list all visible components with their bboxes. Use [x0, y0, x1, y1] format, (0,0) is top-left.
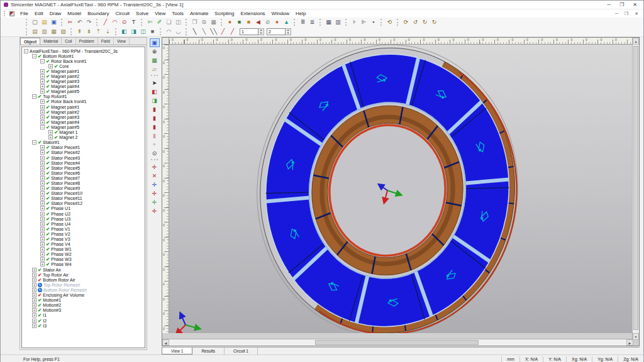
mdi-minimize-icon[interactable]: ─: [615, 11, 618, 16]
tree-expander[interactable]: +: [40, 84, 45, 89]
scroll-right-icon[interactable]: ▶: [626, 339, 633, 346]
tree-expander[interactable]: +: [40, 222, 45, 226]
tree-item[interactable]: +✔I1: [22, 313, 145, 318]
field-energy-button[interactable]: ●: [272, 18, 282, 26]
menu-file[interactable]: File: [17, 9, 31, 18]
menu-help[interactable]: Help: [292, 9, 309, 18]
tab-coil[interactable]: Coil: [62, 38, 75, 45]
rotate-x-button[interactable]: ✛: [150, 189, 160, 198]
tree-item[interactable]: +✔Phase V2: [22, 231, 145, 236]
tree-item[interactable]: +✔Magnet pair#1: [22, 104, 145, 109]
tree-expander[interactable]: +: [48, 130, 53, 134]
tree-expander[interactable]: +: [40, 206, 45, 211]
tree-item[interactable]: +✔Magnet pair#4: [22, 84, 145, 89]
tree-item[interactable]: −✔Top Rotor#1: [22, 94, 145, 99]
tree-expander[interactable]: +: [40, 257, 45, 261]
tree-expander[interactable]: +: [32, 293, 36, 297]
tree-item[interactable]: +✔Bottom Rotor Air: [22, 277, 145, 282]
tree-item[interactable]: +↻Top Rotor Remesh: [22, 282, 145, 287]
menu-view[interactable]: View: [152, 9, 169, 18]
draw-circle-button[interactable]: ⊙: [119, 18, 129, 26]
tab-field[interactable]: Field: [98, 38, 114, 45]
field-update-4-button[interactable]: ⇣: [103, 28, 113, 36]
tree-expander[interactable]: +: [40, 120, 45, 124]
menu-scripting[interactable]: Scripting: [211, 9, 237, 18]
probe-3-button[interactable]: ▮: [150, 123, 160, 131]
tree-item[interactable]: +✔Magnet pair#1: [22, 69, 145, 74]
plane-view-button[interactable]: ▱: [150, 65, 160, 74]
doc-tab-circuit-1[interactable]: Circuit 1: [225, 348, 258, 354]
rotate-y-button[interactable]: ✛: [150, 198, 160, 207]
horizontal-scrollbar[interactable]: ◀ ▶: [162, 339, 633, 346]
solve-3d-button[interactable]: ◀: [253, 18, 263, 26]
line-thin-button[interactable]: ╲: [199, 28, 209, 36]
tree-expander[interactable]: −: [32, 94, 36, 99]
tree-item[interactable]: +✔Phase W1: [22, 247, 145, 252]
tree-expander[interactable]: −: [24, 49, 28, 53]
tree-expander[interactable]: −: [40, 59, 45, 63]
menu-solve[interactable]: Solve: [133, 9, 152, 18]
undo-button[interactable]: ↶: [75, 18, 84, 26]
draw-arc-button[interactable]: ◠: [110, 18, 119, 26]
layer-value[interactable]: 2: [267, 28, 286, 35]
tree-expander[interactable]: +: [40, 237, 45, 241]
save-button[interactable]: ▣: [49, 18, 58, 26]
arc-seg-a-button[interactable]: ◠: [164, 28, 174, 36]
tree-item[interactable]: +✔Stator Piece#6: [22, 170, 145, 175]
tree-item[interactable]: −✔Magnet pair#5: [22, 124, 145, 129]
draw-line-button[interactable]: ╱: [101, 18, 110, 26]
export-button[interactable]: ▧: [58, 28, 68, 36]
window-both-button[interactable]: ◫: [138, 28, 148, 36]
mdi-restore-icon[interactable]: ❐: [625, 11, 628, 16]
viewport-canvas[interactable]: [169, 45, 633, 333]
doc-tab-results[interactable]: Results: [192, 348, 225, 354]
bound-b-button[interactable]: ⊩: [359, 18, 369, 26]
tree-item[interactable]: +✔Stator Piece#8: [22, 180, 145, 185]
tree-expander[interactable]: +: [40, 227, 45, 231]
scroll-up-icon[interactable]: ▲: [633, 38, 639, 45]
tree-expander[interactable]: +: [40, 181, 45, 185]
tree-expander[interactable]: +: [40, 89, 45, 94]
tree-expander[interactable]: +: [40, 115, 45, 119]
tab-material[interactable]: Material: [40, 38, 62, 45]
tree-expander[interactable]: +: [48, 64, 53, 69]
print-preview-button[interactable]: ▥: [40, 28, 49, 36]
add-text-button[interactable]: T: [129, 18, 138, 26]
menu-window[interactable]: Window: [269, 9, 292, 18]
tree-expander[interactable]: +: [32, 283, 36, 287]
mesh-button[interactable]: Ⅲ: [298, 18, 308, 26]
tree-item[interactable]: −✔Rotor Back Iron#1: [22, 58, 145, 63]
tree-expander[interactable]: +: [32, 319, 36, 323]
tree-expander[interactable]: +: [32, 313, 36, 317]
menu-tools[interactable]: Tools: [169, 9, 187, 18]
mesh-list-button[interactable]: ≣: [308, 18, 317, 26]
print-button[interactable]: ▤: [30, 28, 40, 36]
redo-button[interactable]: ↷: [84, 18, 94, 26]
open-button[interactable]: ▤: [40, 18, 49, 26]
menu-draw[interactable]: Draw: [47, 9, 65, 18]
tree-expander[interactable]: +: [32, 324, 36, 328]
tree-expander[interactable]: +: [32, 288, 36, 292]
window-solid-button[interactable]: ■: [148, 28, 157, 36]
tree-expander[interactable]: −: [32, 54, 36, 58]
new-button[interactable]: ▢: [30, 18, 40, 26]
tree-expander[interactable]: +: [40, 247, 45, 251]
tree-item[interactable]: +✔Stator Piece#1: [22, 145, 145, 150]
tree-expander[interactable]: +: [48, 135, 53, 140]
field-contour-button[interactable]: ◨: [150, 96, 160, 105]
vertical-scroll-thumb[interactable]: [633, 46, 638, 330]
tree-expander[interactable]: +: [32, 298, 36, 302]
tree-item[interactable]: +✔Stator Air: [22, 267, 145, 272]
report-button[interactable]: ▦: [49, 28, 58, 36]
menu-boundary[interactable]: Boundary: [84, 9, 112, 18]
tree-item[interactable]: +✔Phase V4: [22, 242, 145, 247]
tree-item[interactable]: +✔Stator Piece#11: [22, 196, 145, 201]
tree-item[interactable]: +✔Phase U3: [22, 216, 145, 221]
field-update-2-button[interactable]: ⇟: [84, 28, 94, 36]
tree-expander[interactable]: +: [32, 308, 36, 312]
tree-item[interactable]: +✔Stator Piece#12: [22, 201, 145, 206]
line-width-spin-buttons[interactable]: ▲▼: [258, 28, 264, 35]
tree-item[interactable]: +✔Core: [22, 63, 145, 69]
tree-expander[interactable]: +: [40, 110, 45, 114]
tree-expander[interactable]: +: [40, 217, 45, 221]
